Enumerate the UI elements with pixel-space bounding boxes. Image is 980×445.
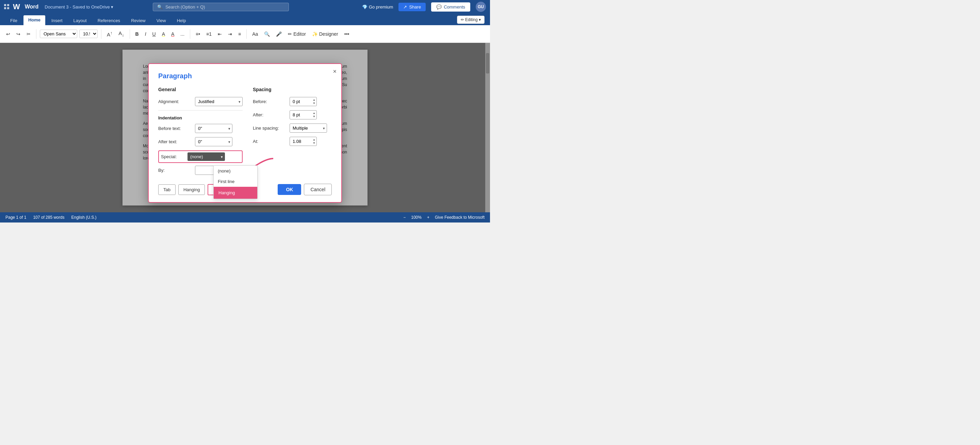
tab-button[interactable]: Tab xyxy=(158,184,176,195)
hanging-default-button[interactable]: Hanging xyxy=(178,184,205,195)
more-options-button[interactable]: ••• xyxy=(342,30,352,38)
search-icon: 🔍 xyxy=(157,5,163,10)
dropdown-none[interactable]: (none) xyxy=(214,166,257,176)
paragraph-dialog: Paragraph × General Alignment: Justified… xyxy=(148,63,342,203)
indent-button[interactable]: ⇥ xyxy=(226,30,234,38)
tab-references[interactable]: References xyxy=(93,16,125,25)
at-up-arrow[interactable]: ▲ xyxy=(312,138,316,141)
search-placeholder: Search (Option + Q) xyxy=(165,5,205,10)
title-bar: W Word Document 3 - Saved to OneDrive ▾ … xyxy=(0,0,490,14)
share-button[interactable]: ↗ Share xyxy=(398,3,426,11)
dialog-close-button[interactable]: × xyxy=(333,68,337,75)
zoom-level: 100% xyxy=(411,215,422,220)
before-up-arrow[interactable]: ▲ xyxy=(312,99,316,102)
bold-button[interactable]: B xyxy=(134,30,141,38)
app-name: Word xyxy=(25,4,39,10)
modal-overlay: Paragraph × General Alignment: Justified… xyxy=(0,43,490,212)
before-spacing-spin: ▲ ▼ xyxy=(290,97,317,106)
zoom-out-button[interactable]: − xyxy=(403,215,406,220)
tab-review[interactable]: Review xyxy=(126,16,150,25)
ok-button[interactable]: OK xyxy=(278,184,301,195)
comment-icon: 💬 xyxy=(436,5,442,10)
dropdown-hanging[interactable]: Hanging xyxy=(214,187,257,199)
comments-button[interactable]: 💬 Comments xyxy=(431,2,470,11)
before-spacing-arrows: ▲ ▼ xyxy=(312,97,316,106)
before-spacing-row: Before: ▲ ▼ xyxy=(253,97,332,106)
voice-button[interactable]: 🎤 xyxy=(274,30,284,38)
tab-help[interactable]: Help xyxy=(172,16,191,25)
more-format-button[interactable]: ... xyxy=(178,30,186,38)
special-dropdown-list: (none) First line Hanging xyxy=(213,165,258,199)
line-spacing-select[interactable]: Multiple Single 1.5 lines Double At leas… xyxy=(290,124,327,133)
bullets-button[interactable]: ≡• xyxy=(194,30,202,38)
by-label: By: xyxy=(158,168,192,173)
redo-button[interactable]: ↪ xyxy=(14,30,22,38)
alignment-button[interactable]: ≡ xyxy=(236,30,243,38)
tab-home[interactable]: Home xyxy=(24,15,45,25)
after-spacing-spin: ▲ ▼ xyxy=(290,110,317,119)
editor-button[interactable]: ✏ Editor xyxy=(286,30,308,38)
clear-format-button[interactable]: ✂ xyxy=(24,30,33,38)
after-down-arrow[interactable]: ▼ xyxy=(312,115,316,118)
tab-insert[interactable]: Insert xyxy=(47,16,67,25)
tab-view[interactable]: View xyxy=(152,16,171,25)
word-count: 107 of 285 words xyxy=(33,215,64,220)
at-label: At: xyxy=(253,139,287,144)
after-up-arrow[interactable]: ▲ xyxy=(312,111,316,115)
before-down-arrow[interactable]: ▼ xyxy=(312,102,316,105)
language: English (U.S.) xyxy=(71,215,96,220)
cancel-button[interactable]: Cancel xyxy=(304,184,332,195)
special-select-display[interactable]: (none) ▾ xyxy=(188,153,225,161)
status-right: − 100% + Give Feedback to Microsoft xyxy=(403,215,485,220)
font-family-select[interactable]: Open Sans xyxy=(40,30,77,38)
dropdown-firstline[interactable]: First line xyxy=(214,176,257,187)
designer-button[interactable]: ✨ Designer xyxy=(310,30,340,38)
undo-button[interactable]: ↩ xyxy=(4,30,12,38)
find-button[interactable]: 🔍 xyxy=(262,30,272,38)
divider-3 xyxy=(130,29,130,39)
at-row: At: ▲ ▼ xyxy=(253,137,332,146)
increase-font-button[interactable]: A↑ xyxy=(105,29,115,39)
italic-button[interactable]: I xyxy=(143,30,148,38)
avatar[interactable]: GU xyxy=(476,2,486,12)
indentation-section-label: Indentation xyxy=(158,115,243,121)
before-text-label: Before text: xyxy=(158,126,192,131)
editing-badge[interactable]: ✏ Editing ▾ xyxy=(457,16,485,24)
at-down-arrow[interactable]: ▼ xyxy=(312,141,316,145)
alignment-select[interactable]: Justified Left Right Center xyxy=(195,97,243,106)
numbering-button[interactable]: ≡1 xyxy=(204,30,214,38)
share-icon: ↗ xyxy=(403,5,407,10)
divider-4 xyxy=(190,29,190,39)
alignment-row: Alignment: Justified Left Right Center xyxy=(158,97,243,106)
highlight-button[interactable]: A xyxy=(160,30,167,38)
at-arrows: ▲ ▼ xyxy=(312,137,316,146)
before-text-select[interactable]: 0" xyxy=(195,124,232,133)
after-text-select[interactable]: 0" xyxy=(195,137,232,146)
at-spin: ▲ ▼ xyxy=(290,137,317,146)
premium-link[interactable]: 💎 Go premium xyxy=(362,5,393,10)
tab-file[interactable]: File xyxy=(5,16,22,25)
zoom-in-button[interactable]: + xyxy=(427,215,430,220)
after-spacing-arrows: ▲ ▼ xyxy=(312,110,316,119)
styles-button[interactable]: Aа xyxy=(250,30,260,38)
before-spacing-label: Before: xyxy=(253,99,287,104)
by-input[interactable] xyxy=(195,166,215,175)
general-section-label: General xyxy=(158,87,243,92)
tab-layout[interactable]: Layout xyxy=(69,16,92,25)
page-count: Page 1 of 1 xyxy=(5,215,26,220)
search-bar[interactable]: 🔍 Search (Option + Q) xyxy=(153,3,289,11)
line-spacing-row: Line spacing: Multiple Single 1.5 lines … xyxy=(253,124,332,133)
font-size-select[interactable]: 10.5 xyxy=(79,30,98,38)
alignment-label: Alignment: xyxy=(158,99,192,104)
document-title[interactable]: Document 3 - Saved to OneDrive ▾ xyxy=(45,5,113,10)
special-label: Special: xyxy=(161,154,185,159)
underline-button[interactable]: U xyxy=(150,30,158,38)
decrease-font-button[interactable]: A↓ xyxy=(116,29,126,39)
toolbar: ↩ ↪ ✂ Open Sans 10.5 A↑ A↓ B I U A A ...… xyxy=(0,25,490,43)
grid-icon[interactable] xyxy=(4,4,10,10)
feedback-link[interactable]: Give Feedback to Microsoft xyxy=(435,215,485,220)
after-text-row: After text: 0" xyxy=(158,137,243,146)
font-color-button[interactable]: A xyxy=(169,30,176,38)
divider-1 xyxy=(36,29,37,39)
outdent-button[interactable]: ⇤ xyxy=(216,30,224,38)
